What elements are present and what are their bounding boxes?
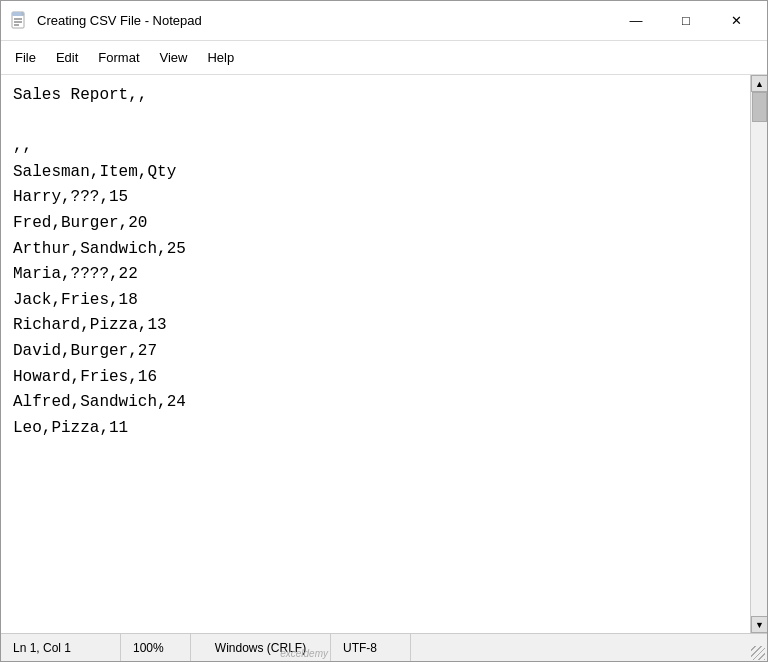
menu-help[interactable]: Help bbox=[197, 46, 244, 69]
window-title: Creating CSV File - Notepad bbox=[37, 13, 202, 28]
title-bar: Creating CSV File - Notepad — □ ✕ bbox=[1, 1, 767, 41]
content-area: ▲ ▼ bbox=[1, 75, 767, 633]
menu-bar: File Edit Format View Help bbox=[1, 41, 767, 75]
encoding: UTF-8 bbox=[331, 634, 411, 661]
zoom-level: 100% bbox=[121, 634, 191, 661]
resize-grip-icon bbox=[751, 646, 765, 660]
menu-format[interactable]: Format bbox=[88, 46, 149, 69]
scroll-thumb[interactable] bbox=[752, 92, 767, 122]
menu-edit[interactable]: Edit bbox=[46, 46, 88, 69]
watermark: exceldemy bbox=[280, 648, 328, 659]
scroll-up-button[interactable]: ▲ bbox=[751, 75, 767, 92]
notepad-window: Creating CSV File - Notepad — □ ✕ File E… bbox=[0, 0, 768, 662]
notepad-icon bbox=[9, 11, 29, 31]
status-bar: Ln 1, Col 1 100% Windows (CRLF) exceldem… bbox=[1, 633, 767, 661]
menu-file[interactable]: File bbox=[5, 46, 46, 69]
minimize-button[interactable]: — bbox=[613, 6, 659, 36]
title-bar-controls: — □ ✕ bbox=[613, 6, 759, 36]
text-editor[interactable] bbox=[1, 75, 750, 633]
close-button[interactable]: ✕ bbox=[713, 6, 759, 36]
scroll-track[interactable] bbox=[751, 92, 767, 616]
scroll-down-button[interactable]: ▼ bbox=[751, 616, 767, 633]
line-endings: Windows (CRLF) exceldemy bbox=[191, 634, 331, 661]
scrollbar[interactable]: ▲ ▼ bbox=[750, 75, 767, 633]
maximize-button[interactable]: □ bbox=[663, 6, 709, 36]
menu-view[interactable]: View bbox=[150, 46, 198, 69]
cursor-position: Ln 1, Col 1 bbox=[1, 634, 121, 661]
title-bar-left: Creating CSV File - Notepad bbox=[9, 11, 202, 31]
resize-grip-area bbox=[747, 634, 767, 662]
